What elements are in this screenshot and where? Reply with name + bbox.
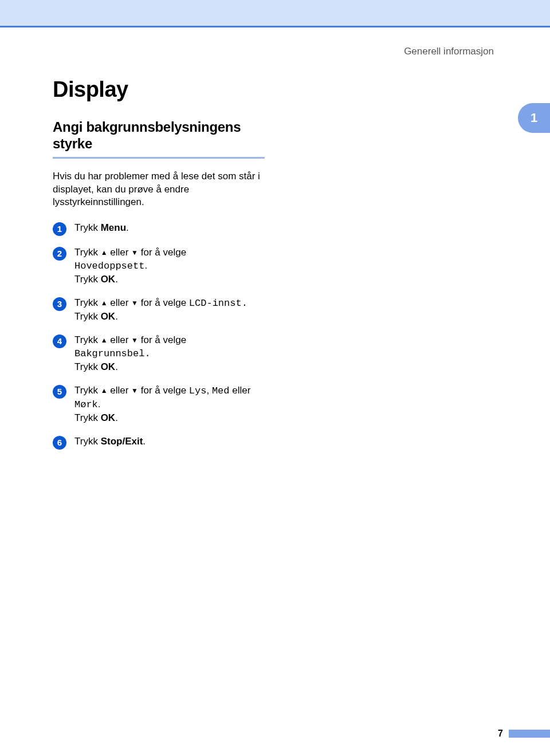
step-5: 5 Trykk ▲ eller ▼ for å velge Lys, Med e… — [53, 384, 265, 425]
text: Trykk — [74, 297, 101, 308]
menu-option: Bakgrunnsbel. — [74, 348, 151, 359]
step-badge: 1 — [53, 222, 66, 236]
text: Trykk — [74, 436, 101, 447]
menu-option: Hovedoppsett — [74, 261, 144, 271]
text: Trykk — [74, 274, 101, 285]
page-title: Display — [53, 77, 265, 102]
button-label: OK — [101, 311, 116, 322]
step-text: Trykk ▲ eller ▼ for å velge Bakgrunnsbel… — [74, 334, 265, 374]
down-arrow-icon: ▼ — [131, 387, 138, 395]
step-text: Trykk ▲ eller ▼ for å velge Lys, Med ell… — [74, 384, 265, 425]
section-heading: Angi bakgrunnsbelysningens styrke — [53, 119, 265, 159]
step-6: 6 Trykk Stop/Exit. — [53, 435, 265, 450]
text: Trykk — [74, 222, 101, 233]
down-arrow-icon: ▼ — [131, 299, 138, 307]
step-text: Trykk ▲ eller ▼ for å velge Hovedoppsett… — [74, 246, 265, 286]
chapter-tab: 1 — [518, 103, 550, 133]
step-badge: 5 — [53, 385, 66, 399]
step-1: 1 Trykk Menu. — [53, 222, 265, 236]
text: Trykk — [74, 311, 101, 322]
text: for å velge — [138, 247, 186, 258]
step-text: Trykk ▲ eller ▼ for å velge LCD-innst. T… — [74, 297, 265, 324]
down-arrow-icon: ▼ — [131, 336, 138, 344]
footer-accent-bar — [509, 730, 550, 738]
text: eller — [108, 334, 132, 345]
text: eller — [108, 297, 132, 308]
step-4: 4 Trykk ▲ eller ▼ for å velge Bakgrunnsb… — [53, 334, 265, 374]
text: Trykk — [74, 334, 101, 345]
text: for å velge — [138, 385, 189, 396]
text: . — [115, 274, 118, 285]
button-label: OK — [101, 274, 116, 285]
step-text: Trykk Stop/Exit. — [74, 435, 265, 450]
text: . — [126, 222, 129, 233]
up-arrow-icon: ▲ — [101, 387, 108, 395]
text: Trykk — [74, 412, 101, 423]
text: eller — [230, 385, 251, 396]
text: . — [115, 311, 118, 322]
step-badge: 4 — [53, 334, 66, 348]
text: for å velge — [138, 334, 186, 345]
text: . — [144, 260, 147, 271]
content-column: Display Angi bakgrunnsbelysningens styrk… — [53, 77, 265, 460]
step-3: 3 Trykk ▲ eller ▼ for å velge LCD-innst.… — [53, 297, 265, 324]
text: eller — [108, 385, 132, 396]
text: . — [115, 361, 118, 372]
button-label: Stop/Exit — [101, 436, 143, 447]
down-arrow-icon: ▼ — [131, 249, 138, 257]
page-number: 7 — [498, 729, 503, 739]
text: for å velge — [138, 297, 189, 308]
button-label: OK — [101, 412, 116, 423]
menu-option: Mørk — [74, 399, 98, 410]
menu-option: LCD-innst. — [189, 298, 247, 309]
step-badge: 2 — [53, 247, 66, 261]
page: Generell informasjon 1 Display Angi bakg… — [0, 0, 550, 756]
step-list: 1 Trykk Menu. 2 Trykk ▲ eller ▼ for å ve… — [53, 222, 265, 449]
step-badge: 3 — [53, 297, 66, 311]
top-band — [0, 0, 550, 27]
text: , — [206, 385, 211, 396]
text: . — [143, 436, 146, 447]
up-arrow-icon: ▲ — [101, 249, 108, 257]
step-2: 2 Trykk ▲ eller ▼ for å velge Hovedoppse… — [53, 246, 265, 286]
text: Trykk — [74, 361, 101, 372]
text: Trykk — [74, 247, 101, 258]
text: . — [115, 412, 118, 423]
menu-option: Lys — [189, 385, 207, 396]
section-label: Generell informasjon — [404, 46, 494, 57]
text: eller — [108, 247, 132, 258]
up-arrow-icon: ▲ — [101, 299, 108, 307]
menu-option: Med — [212, 385, 230, 396]
step-text: Trykk Menu. — [74, 222, 265, 236]
step-badge: 6 — [53, 436, 66, 450]
page-footer: 7 — [498, 729, 550, 739]
button-label: OK — [101, 361, 116, 372]
button-label: Menu — [101, 222, 126, 233]
up-arrow-icon: ▲ — [101, 336, 108, 344]
intro-paragraph: Hvis du har problemer med å lese det som… — [53, 170, 265, 210]
text: Trykk — [74, 385, 101, 396]
text: . — [98, 399, 101, 410]
